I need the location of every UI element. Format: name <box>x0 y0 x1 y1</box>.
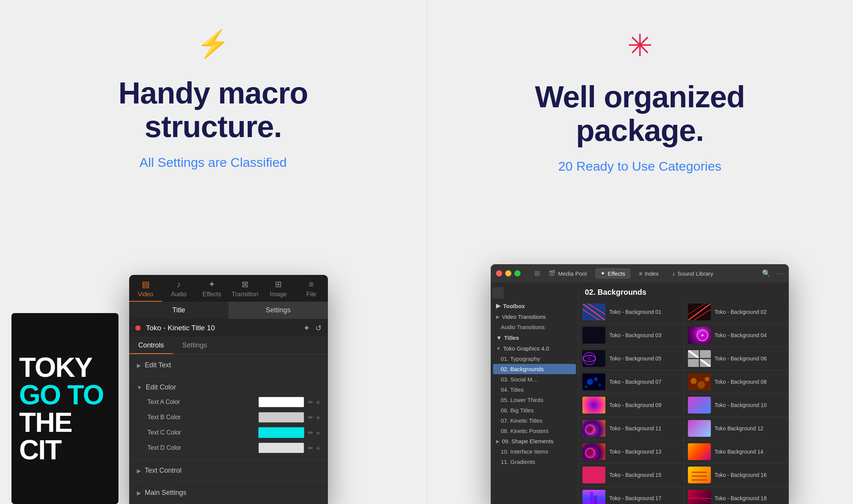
effect-11[interactable]: Toko - Background 11 <box>579 417 684 440</box>
video-transitions-item[interactable]: ▶ Video Transitions <box>491 312 578 322</box>
keyframe-b-icon[interactable]: ◆ <box>316 414 320 420</box>
effect-13[interactable]: Toko - Background 13 <box>579 440 684 463</box>
keyframe-a-icon[interactable]: ◆ <box>316 399 320 405</box>
effect-12[interactable]: Toko Background 12 <box>684 417 789 440</box>
video-tab-label: Video <box>138 291 154 298</box>
typography-item[interactable]: 01. Typography <box>491 354 578 364</box>
social-item[interactable]: 03. Social M... <box>491 374 578 384</box>
sidebar-toggle-btn[interactable] <box>492 287 504 299</box>
titlebar-minimize-dot[interactable] <box>505 270 511 276</box>
effect-14[interactable]: Toko Background 14 <box>684 440 789 463</box>
text-control-section: ▶ Text Control <box>129 460 328 482</box>
effect-12-name: Toko Background 12 <box>715 425 764 432</box>
titlebar-close-dot[interactable] <box>496 270 502 276</box>
kinetic-titles-item[interactable]: 07. Kinetic Titles <box>491 415 578 426</box>
thumb-04 <box>688 327 711 344</box>
title-button[interactable]: Title <box>129 302 229 319</box>
shape-elements-item[interactable]: ▶ 09. Shape Elements <box>491 436 578 446</box>
color-c-swatch[interactable] <box>258 427 304 438</box>
effect-08[interactable]: Toko - Background 08 <box>684 370 789 393</box>
reset-icon[interactable]: ↺ <box>315 323 322 333</box>
main-settings-header[interactable]: ▶ Main Settings <box>137 486 320 500</box>
more-icon[interactable]: ⋯ <box>777 269 783 278</box>
color-row-c: Text C Color ✏ ◆ <box>137 425 320 440</box>
effects-row-2: Toko - Background 03 <box>579 324 789 347</box>
keyframe-d-icon[interactable]: ◆ <box>316 445 320 451</box>
color-d-swatch[interactable] <box>258 443 304 453</box>
controls-tabs: Controls Settings <box>129 338 328 354</box>
settings-button[interactable]: Settings <box>229 302 328 319</box>
bolt-icon: ⚡ <box>196 31 230 57</box>
search-icon[interactable]: 🔍 <box>762 269 770 278</box>
controls-tab[interactable]: Controls <box>129 338 173 354</box>
effects-titlebar: ⊞ 🎬 Media Pool ✦ Effects ≡ Index ♪ Sound… <box>491 264 789 283</box>
effect-05[interactable]: Toko - Background 05 <box>579 347 684 370</box>
effect-09[interactable]: Toko - Background 09 <box>579 394 684 417</box>
effect-18[interactable]: Toko - Background 18 <box>684 487 789 504</box>
effect-02[interactable]: Toko - Background 02 <box>684 300 789 323</box>
effects-label: Effects <box>608 270 625 277</box>
titlebar-maximize-dot[interactable] <box>514 270 521 276</box>
toolbox-arrow: ▶ <box>496 302 501 309</box>
eyedropper-c-icon[interactable]: ✏ <box>308 429 313 436</box>
bolt-icon-area: ⚡ <box>196 31 230 57</box>
big-titles-item[interactable]: 06. Big Titles <box>491 405 578 415</box>
tab-file[interactable]: ≡ File <box>295 275 328 302</box>
tb-effects-btn[interactable]: ✦ Effects <box>595 268 631 279</box>
settings-ctrl-tab[interactable]: Settings <box>173 338 216 354</box>
tb-sound-library-btn[interactable]: ♪ Sound Library <box>667 268 718 279</box>
gradients-item[interactable]: 11. Gradients <box>491 457 578 467</box>
toko-graphics-item[interactable]: ▼ Toko Graphics 4.0 <box>491 343 578 354</box>
effects-row-9: Toko - Background 17 Toko - Background 1 <box>579 487 789 504</box>
effect-01[interactable]: Toko - Background 01 <box>579 300 684 323</box>
tab-video[interactable]: ▤ Video <box>129 275 162 302</box>
thumb-01 <box>582 304 605 320</box>
color-b-label: Text B Color <box>148 414 258 421</box>
color-a-swatch[interactable] <box>258 397 304 407</box>
image-tab-icon: ⊞ <box>275 279 282 289</box>
edit-color-arrow: ▼ <box>137 384 142 391</box>
kinetic-posters-item[interactable]: 08. Kinetic Posters <box>491 426 578 436</box>
effect-10[interactable]: Toko - Background 10 <box>684 394 789 417</box>
effect-13-name: Toko - Background 13 <box>609 448 661 455</box>
titles-item[interactable]: 04. Titles <box>491 384 578 395</box>
tb-index-btn[interactable]: ≡ Index <box>634 268 664 279</box>
effect-04[interactable]: Toko - Background 04 <box>684 324 789 347</box>
left-panel: ⚡ Handy macro structure. All Settings ar… <box>0 0 427 504</box>
audio-transitions-item[interactable]: Audio Transitions <box>491 322 578 332</box>
clip-active-dot <box>135 325 141 331</box>
right-heading: Well organized package. <box>535 80 745 147</box>
lower-thirds-item[interactable]: 05. Lower Thirds <box>491 395 578 405</box>
edit-color-header[interactable]: ▼ Edit Color <box>137 380 320 394</box>
keyframe-c-icon[interactable]: ◆ <box>316 430 320 436</box>
effect-07[interactable]: Toko - Background 07 <box>579 370 684 393</box>
effect-15[interactable]: Toko - Background 15 <box>579 464 684 486</box>
tab-transition[interactable]: ⊠ Transition <box>229 275 262 302</box>
se-label: 09. Shape Elements <box>502 438 553 444</box>
tg-arrow: ▼ <box>496 346 501 351</box>
eyedropper-b-icon[interactable]: ✏ <box>308 414 313 421</box>
index-label: Index <box>645 270 659 277</box>
text-control-header[interactable]: ▶ Text Control <box>137 464 320 478</box>
effect-03[interactable]: Toko - Background 03 <box>579 324 684 347</box>
edit-text-header[interactable]: ▶ Edit Text <box>137 358 320 372</box>
effects-icon: ✦ <box>600 270 605 277</box>
interface-items-item[interactable]: 10. Interface Items <box>491 446 578 457</box>
video-tab-icon: ▤ <box>142 279 150 289</box>
tb-media-pool-btn[interactable]: 🎬 Media Pool <box>543 268 592 279</box>
tab-audio[interactable]: ♪ Audio <box>162 275 195 302</box>
resolve-inspector: ▤ Video ♪ Audio ✦ Effects ⊠ Transition ⊞ <box>129 275 328 504</box>
backgrounds-item[interactable]: 02. Backgrounds <box>493 364 576 374</box>
effect-06[interactable]: Toko - Background 06 <box>684 347 789 370</box>
thumb-03 <box>582 327 605 344</box>
tab-effects[interactable]: ✦ Effects <box>195 275 229 302</box>
color-b-swatch[interactable] <box>258 412 304 423</box>
tab-image[interactable]: ⊞ Image <box>261 275 295 302</box>
effect-17[interactable]: Toko - Background 17 <box>579 487 684 504</box>
effect-16[interactable]: Toko - Background 16 <box>684 464 789 486</box>
magic-icon[interactable]: ✦ <box>303 323 310 333</box>
svg-point-11 <box>701 334 704 336</box>
effects-row-7: Toko - Background 13 Toko Background 14 <box>579 440 789 464</box>
eyedropper-d-icon[interactable]: ✏ <box>308 444 313 452</box>
eyedropper-a-icon[interactable]: ✏ <box>308 399 313 406</box>
